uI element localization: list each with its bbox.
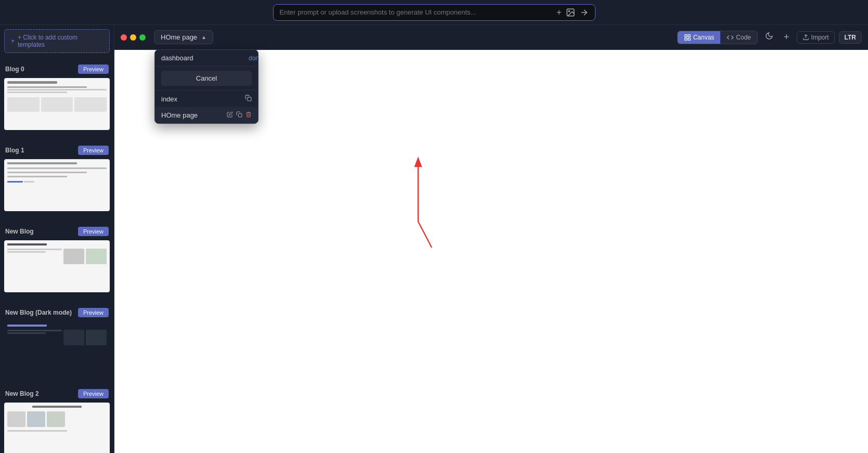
- canvas-area: HOme page ▲ done Cancel index: [114, 25, 868, 453]
- dot-yellow: [130, 34, 136, 41]
- svg-rect-4: [239, 114, 242, 118]
- template-section-new-blog-dark: New Blog (Dark mode) Preview: [0, 301, 114, 382]
- image-upload-button[interactable]: [566, 8, 575, 17]
- template-thumbnail-blog1[interactable]: [4, 159, 110, 211]
- svg-rect-6: [688, 34, 690, 36]
- edit-icon-home[interactable]: [227, 111, 233, 119]
- template-title-blog0: Blog 0: [5, 66, 24, 73]
- dot-green: [139, 34, 146, 41]
- template-section-blog0: Blog 0 Preview: [0, 57, 114, 138]
- template-title-new-blog-dark: New Blog (Dark mode): [5, 309, 72, 316]
- template-thumbnail-blog0[interactable]: [4, 78, 110, 130]
- add-prompt-button[interactable]: +: [556, 8, 561, 17]
- svg-rect-8: [684, 38, 686, 40]
- template-header-new-blog: New Blog Preview: [0, 224, 114, 238]
- template-header-blog1: Blog 1 Preview: [0, 143, 114, 157]
- import-button[interactable]: Import: [797, 31, 835, 44]
- dot-red: [121, 34, 127, 41]
- page-selector-label: HOme page: [161, 33, 197, 41]
- copy-icon-home[interactable]: [236, 111, 242, 119]
- preview-button-new-blog[interactable]: Preview: [78, 227, 109, 236]
- ltr-button[interactable]: LTR: [839, 31, 862, 44]
- page-home-icons: [227, 111, 252, 119]
- template-thumbnail-new-blog[interactable]: [4, 240, 110, 292]
- code-label: Code: [736, 34, 751, 41]
- preview-button-new-blog-dark[interactable]: Preview: [78, 308, 109, 317]
- template-header-new-blog-dark: New Blog (Dark mode) Preview: [0, 305, 114, 319]
- template-header-blog0: Blog 0 Preview: [0, 61, 114, 76]
- dropdown-edit-row: done: [155, 50, 258, 67]
- window-dots: [121, 34, 146, 41]
- page-name-home: HOme page: [161, 111, 227, 119]
- template-title-blog1: Blog 1: [5, 147, 24, 154]
- add-templates-label: + Click to add custom templates: [18, 34, 103, 48]
- preview-button-blog0[interactable]: Preview: [78, 64, 109, 74]
- preview-button-blog1[interactable]: Preview: [78, 146, 109, 155]
- template-header-new-blog2: New Blog 2 Preview: [0, 386, 114, 400]
- page-name-index: index: [161, 95, 245, 103]
- svg-point-1: [568, 10, 569, 11]
- prompt-icons: +: [556, 8, 588, 17]
- page-dropdown: done Cancel index: [154, 49, 258, 124]
- prompt-input[interactable]: [280, 8, 553, 16]
- cancel-button[interactable]: Cancel: [161, 71, 252, 86]
- template-section-new-blog: New Blog Preview: [0, 219, 114, 301]
- delete-icon-home[interactable]: [245, 111, 252, 119]
- copy-icon-index[interactable]: [245, 95, 252, 103]
- template-title-new-blog: New Blog: [5, 228, 34, 235]
- page-name-edit-input[interactable]: [161, 54, 249, 62]
- add-page-button[interactable]: +: [781, 30, 793, 45]
- canvas-label: Canvas: [693, 34, 715, 41]
- svg-rect-3: [248, 97, 251, 101]
- prompt-input-container: +: [273, 4, 595, 21]
- template-thumbnail-new-blog-dark[interactable]: [4, 321, 110, 373]
- main-layout: + + Click to add custom templates Blog 0…: [0, 25, 868, 453]
- svg-rect-5: [684, 34, 686, 36]
- code-view-button[interactable]: Code: [720, 31, 757, 44]
- preview-button-new-blog2[interactable]: Preview: [78, 389, 109, 398]
- import-label: Import: [811, 34, 829, 41]
- template-section-new-blog2: New Blog 2 Preview: [0, 382, 114, 453]
- canvas-view-button[interactable]: Canvas: [678, 31, 721, 44]
- template-section-blog1: Blog 1 Preview: [0, 138, 114, 219]
- template-title-new-blog2: New Blog 2: [5, 390, 39, 397]
- send-button[interactable]: [579, 8, 589, 17]
- chevron-up-icon: ▲: [201, 34, 206, 40]
- svg-rect-7: [688, 38, 690, 40]
- page-selector[interactable]: HOme page ▲ done Cancel index: [154, 30, 213, 44]
- view-toggle: Canvas Code: [677, 31, 758, 44]
- sidebar: + + Click to add custom templates Blog 0…: [0, 25, 114, 453]
- page-index-icons: [245, 95, 252, 103]
- dropdown-cancel-row: Cancel: [155, 67, 258, 90]
- template-thumbnail-new-blog2[interactable]: [4, 403, 110, 453]
- dropdown-page-home[interactable]: HOme page: [155, 107, 258, 123]
- canvas-toolbar: HOme page ▲ done Cancel index: [114, 25, 868, 50]
- theme-toggle-button[interactable]: [762, 30, 776, 45]
- plus-icon: +: [11, 37, 15, 45]
- dropdown-page-index[interactable]: index: [155, 90, 258, 107]
- done-button[interactable]: done: [249, 55, 258, 62]
- add-templates-button[interactable]: + + Click to add custom templates: [4, 29, 110, 53]
- top-bar: +: [0, 0, 868, 25]
